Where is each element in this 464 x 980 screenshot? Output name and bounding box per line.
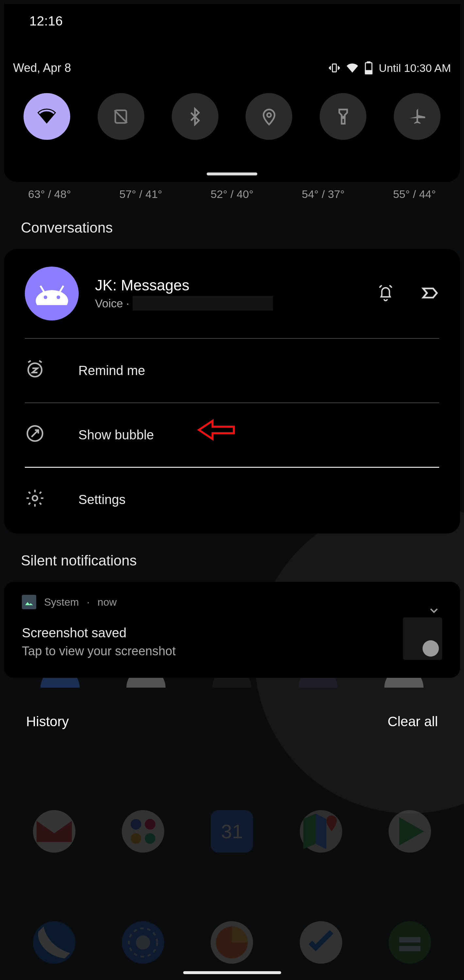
quick-settings-panel: 12:16 Wed, Apr 8 Until 10:30 AM	[4, 4, 460, 182]
qs-airplane-tile[interactable]	[394, 93, 440, 140]
weather-strip: 63° / 48° 57° / 41° 52° / 40° 54° / 37° …	[4, 188, 460, 200]
silent-app-name: System	[44, 596, 79, 608]
conversation-title: JK: Messages	[95, 276, 377, 294]
conversations-header: Conversations	[21, 220, 464, 236]
gesture-nav-handle[interactable]	[183, 971, 281, 974]
conversation-subtitle: Voice ·	[95, 297, 129, 310]
qs-flashlight-tile[interactable]	[320, 93, 366, 140]
priority-chevron-icon[interactable]	[421, 284, 439, 304]
remind-me-action[interactable]: Remind me	[25, 338, 439, 402]
svg-rect-11	[367, 61, 370, 63]
svg-point-18	[57, 295, 60, 299]
silent-separator: ·	[87, 596, 90, 608]
history-button[interactable]: History	[26, 714, 69, 729]
svg-point-17	[43, 295, 47, 299]
settings-label: Settings	[78, 492, 126, 507]
qs-data-tile[interactable]	[98, 93, 144, 140]
conversation-avatar	[25, 267, 79, 320]
screenshot-thumbnail	[403, 617, 442, 660]
status-icons: Until 10:30 AM	[329, 61, 451, 75]
status-time: 12:16	[10, 14, 454, 29]
weather-day-4: 55° / 44°	[393, 188, 436, 200]
qs-expand-handle[interactable]	[207, 172, 257, 175]
expand-chevron-icon[interactable]	[427, 604, 440, 618]
annotation-arrow-icon	[196, 417, 235, 446]
settings-action[interactable]: Settings	[25, 467, 439, 531]
conversation-notification-card[interactable]: JK: Messages Voice · Remin	[4, 249, 460, 533]
qs-location-tile[interactable]	[246, 93, 292, 140]
clear-all-button[interactable]: Clear all	[388, 714, 438, 729]
snooze-alarm-icon	[25, 359, 45, 382]
svg-line-20	[59, 285, 64, 293]
weather-day-2: 52° / 40°	[211, 188, 253, 200]
qs-wifi-tile[interactable]	[24, 93, 70, 140]
svg-rect-9	[332, 64, 336, 72]
svg-point-16	[36, 290, 68, 305]
svg-point-23	[32, 496, 38, 501]
alert-bell-icon[interactable]	[377, 284, 395, 304]
silent-body: Tap to view your screenshot	[22, 644, 442, 658]
weather-day-3: 54° / 37°	[302, 188, 345, 200]
conversation-redacted-content	[133, 296, 273, 311]
show-bubble-label: Show bubble	[78, 428, 154, 442]
svg-point-15	[342, 117, 344, 118]
photo-icon	[22, 595, 36, 609]
vibrate-icon	[329, 62, 340, 74]
silent-time: now	[98, 596, 117, 608]
battery-icon	[364, 61, 373, 75]
qs-bluetooth-tile[interactable]	[172, 93, 218, 140]
weather-day-1: 57° / 41°	[119, 188, 162, 200]
svg-line-19	[40, 285, 44, 293]
status-date: Wed, Apr 8	[13, 61, 71, 75]
remind-me-label: Remind me	[78, 363, 145, 378]
show-bubble-action[interactable]: Show bubble	[25, 402, 439, 467]
gear-icon	[25, 488, 45, 511]
svg-point-14	[267, 113, 271, 117]
alarm-until-text: Until 10:30 AM	[379, 62, 451, 75]
screenshot-notification-card[interactable]: System · now Screenshot saved Tap to vie…	[4, 582, 460, 678]
weather-day-0: 63° / 48°	[28, 188, 71, 200]
svg-rect-12	[365, 70, 372, 74]
silent-title: Screenshot saved	[22, 625, 442, 640]
bubble-icon	[25, 423, 45, 447]
silent-header: Silent notifications	[21, 552, 464, 569]
wifi-status-icon	[346, 62, 359, 74]
